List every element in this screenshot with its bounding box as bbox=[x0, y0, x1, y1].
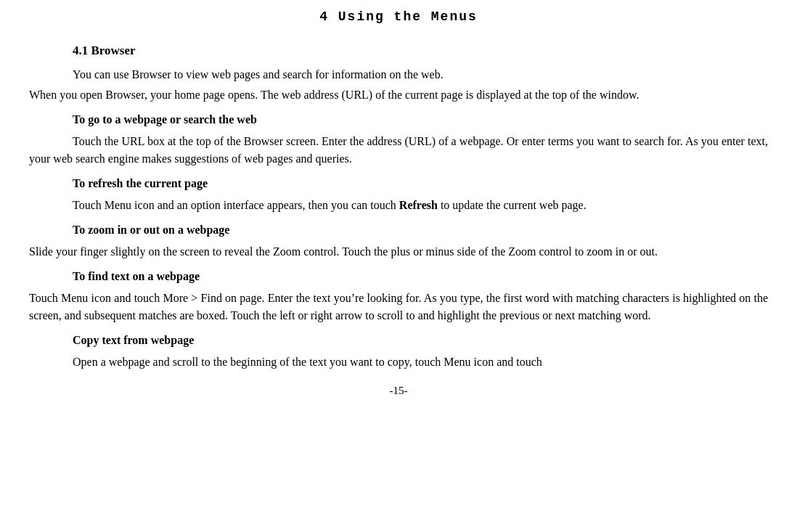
subsection-go-to-webpage: To go to a webpage or search the web Tou… bbox=[29, 111, 768, 168]
subsection-refresh-body-bold: Refresh bbox=[399, 199, 438, 211]
paragraph-browser-intro-1: You can use Browser to view web pages an… bbox=[29, 66, 768, 83]
subsection-refresh-body-post: to update the current web page. bbox=[438, 199, 586, 211]
subsection-refresh-body: Touch Menu icon and an option interface … bbox=[29, 197, 768, 214]
subsection-zoom: To zoom in or out on a webpage Slide you… bbox=[29, 221, 768, 261]
subsection-find-text: To find text on a webpage Touch Menu ico… bbox=[29, 268, 768, 324]
subsection-find-text-body: Touch Menu icon and touch More > Find on… bbox=[29, 290, 768, 324]
subsection-refresh: To refresh the current page Touch Menu i… bbox=[29, 175, 768, 214]
subsection-go-to-webpage-heading: To go to a webpage or search the web bbox=[73, 111, 768, 128]
page-title: 4 Using the Menus bbox=[29, 7, 768, 27]
subsection-refresh-body-pre: Touch Menu icon and an option interface … bbox=[73, 199, 399, 211]
subsection-refresh-heading: To refresh the current page bbox=[73, 175, 768, 192]
paragraph-browser-intro-2: When you open Browser, your home page op… bbox=[29, 86, 768, 104]
subsection-go-to-webpage-body: Touch the URL box at the top of the Brow… bbox=[29, 133, 768, 168]
section-4-1-heading: 4.1 Browser bbox=[73, 41, 768, 60]
subsection-find-text-body-text: Touch Menu icon and touch More > Find on… bbox=[29, 292, 768, 322]
subsection-copy-text-heading: Copy text from webpage bbox=[73, 332, 768, 349]
subsection-copy-text-body: Open a webpage and scroll to the beginni… bbox=[29, 353, 768, 371]
paragraph-browser-intro-2-text: When you open Browser, your home page op… bbox=[29, 89, 639, 101]
subsection-find-text-heading: To find text on a webpage bbox=[73, 268, 768, 285]
subsection-zoom-heading: To zoom in or out on a webpage bbox=[73, 221, 768, 239]
subsection-zoom-body: Slide your finger slightly on the screen… bbox=[29, 243, 768, 261]
subsection-zoom-body-text: Slide your finger slightly on the screen… bbox=[29, 245, 658, 258]
page-number: -15- bbox=[29, 382, 768, 399]
subsection-copy-text: Copy text from webpage Open a webpage an… bbox=[29, 332, 768, 371]
